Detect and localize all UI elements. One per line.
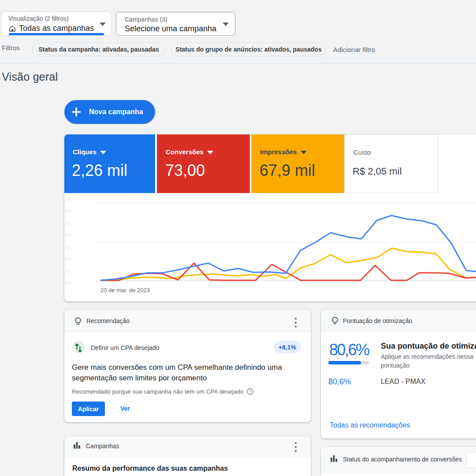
svg-text:?: ? xyxy=(249,390,251,394)
